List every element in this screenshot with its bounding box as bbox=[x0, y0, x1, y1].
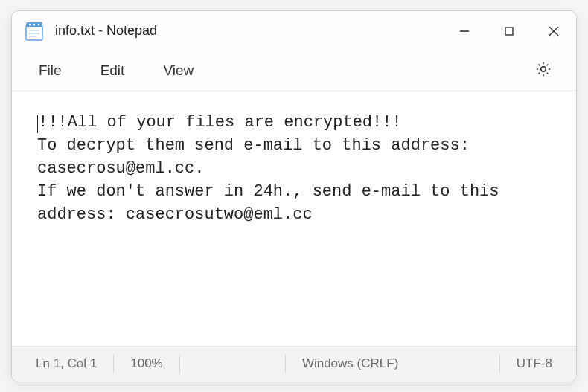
menu-edit[interactable]: Edit bbox=[81, 57, 144, 85]
settings-button[interactable] bbox=[527, 54, 560, 87]
statusbar: Ln 1, Col 1 100% Windows (CRLF) UTF-8 bbox=[12, 346, 576, 382]
text-editor[interactable]: !!!All of your files are encrypted!!! To… bbox=[12, 91, 576, 346]
status-zoom[interactable]: 100% bbox=[114, 354, 179, 373]
status-empty bbox=[180, 354, 286, 373]
window-title: info.txt - Notepad bbox=[55, 23, 442, 39]
svg-rect-9 bbox=[505, 28, 513, 35]
notepad-window: info.txt - Notepad File Edit View bbox=[11, 10, 577, 382]
svg-point-3 bbox=[33, 23, 35, 25]
svg-rect-0 bbox=[26, 25, 42, 40]
text-caret bbox=[37, 115, 38, 133]
menu-file[interactable]: File bbox=[19, 57, 81, 85]
minimize-button[interactable] bbox=[442, 11, 487, 51]
svg-point-12 bbox=[541, 67, 546, 71]
status-line-ending[interactable]: Windows (CRLF) bbox=[286, 354, 500, 373]
titlebar: info.txt - Notepad bbox=[12, 11, 576, 51]
window-controls bbox=[442, 11, 576, 51]
menu-view[interactable]: View bbox=[144, 57, 213, 85]
svg-point-2 bbox=[29, 23, 31, 25]
notepad-app-icon bbox=[24, 21, 45, 42]
close-button[interactable] bbox=[531, 11, 576, 51]
editor-content: !!!All of your files are encrypted!!! To… bbox=[37, 113, 509, 225]
gear-icon bbox=[534, 60, 552, 81]
status-encoding[interactable]: UTF-8 bbox=[500, 354, 569, 373]
status-cursor-position[interactable]: Ln 1, Col 1 bbox=[19, 354, 114, 373]
svg-point-4 bbox=[38, 23, 39, 25]
maximize-button[interactable] bbox=[487, 11, 531, 51]
menubar: File Edit View bbox=[12, 51, 576, 91]
